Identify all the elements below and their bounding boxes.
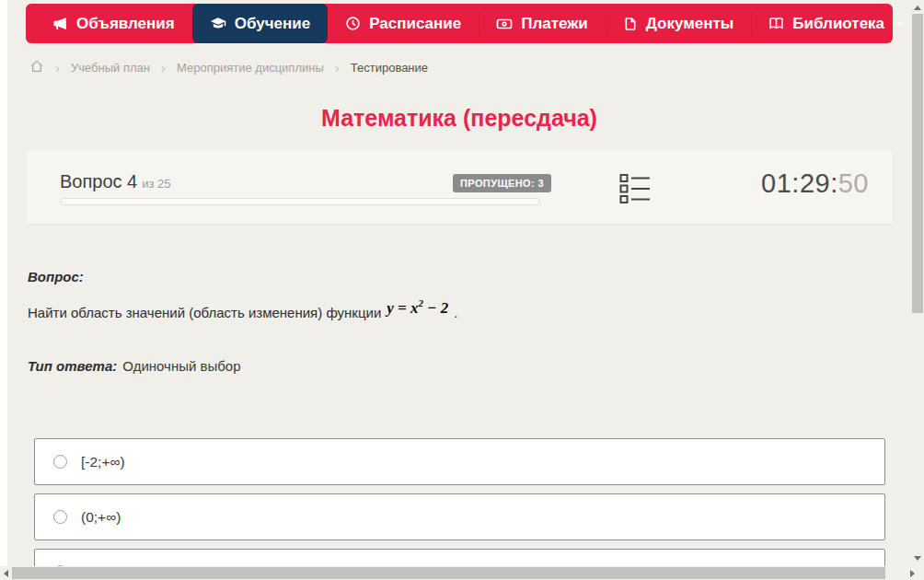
home-icon[interactable] <box>29 59 44 76</box>
question-number: Вопрос 4из 25 <box>60 171 171 192</box>
nav-item-learning[interactable]: Обучение <box>192 4 328 43</box>
breadcrumb-discipline-event[interactable]: Мероприятие дисциплины <box>177 61 324 75</box>
nav-item-schedule[interactable]: Расписание <box>328 4 479 43</box>
formula-image: y = x2 − 2 <box>387 297 448 318</box>
answer-type-label: Тип ответа: <box>28 358 117 374</box>
browser-left-edge <box>0 0 7 566</box>
answer-type-value: Одиночный выбор <box>122 358 240 374</box>
question-text: Найти область значений (область изменени… <box>28 305 381 320</box>
question-section-label: Вопрос: <box>28 269 84 284</box>
chevron-down-icon <box>895 17 907 29</box>
vertical-scrollbar[interactable] <box>911 0 924 566</box>
sentence-end: . <box>454 305 457 320</box>
breadcrumb-curriculum[interactable]: Учебный план <box>71 61 150 75</box>
nav-item-label: Объявления <box>76 15 175 33</box>
nav-item-announcements[interactable]: Объявления <box>35 4 192 43</box>
timer-hh-mm: 01:29: <box>761 168 838 198</box>
scroll-right-arrow[interactable] <box>910 570 915 577</box>
breadcrumb-separator: › <box>161 60 166 75</box>
megaphone-icon <box>52 16 68 31</box>
timer-seconds: 50 <box>838 168 869 198</box>
scroll-up-arrow[interactable] <box>914 6 921 10</box>
answer-option-label: [-2;+∞) <box>81 454 125 470</box>
answer-options: [-2;+∞) (0;+∞) [2;+∞) <box>34 438 885 580</box>
book-icon <box>768 16 784 31</box>
nav-item-label: Платежи <box>521 15 588 33</box>
exam-timer: 01:29:50 <box>761 168 869 199</box>
nav-item-label: Документы <box>646 15 734 33</box>
nav-item-library[interactable]: Библиотека <box>751 4 924 43</box>
nav-item-label: Обучение <box>235 15 310 33</box>
page-title: Математика (пересдача) <box>26 105 893 132</box>
question-text-row: Найти область значений (область изменени… <box>28 302 458 322</box>
answer-option-2[interactable]: (0;+∞) <box>34 493 885 540</box>
answer-option-1[interactable]: [-2;+∞) <box>34 438 885 485</box>
graduation-cap-icon <box>210 16 226 32</box>
radio-button[interactable] <box>53 510 67 524</box>
breadcrumb-separator: › <box>55 60 60 75</box>
nav-item-label: Библиотека <box>792 15 884 33</box>
quiz-header-card: Вопрос 4из 25 ПРОПУЩЕНО: 3 01:29:50 <box>26 150 893 224</box>
document-icon <box>623 17 638 31</box>
nav-item-payments[interactable]: Платежи <box>479 4 606 43</box>
horizontal-scrollbar[interactable] <box>0 566 924 580</box>
answer-type-row: Тип ответа:Одиночный выбор <box>28 358 241 374</box>
skipped-badge: ПРОПУЩЕНО: 3 <box>453 174 551 192</box>
nav-item-documents[interactable]: Документы <box>606 4 752 43</box>
vertical-scrollbar-thumb[interactable] <box>912 14 923 313</box>
question-total: из 25 <box>142 177 170 191</box>
breadcrumb-separator: › <box>335 60 340 75</box>
banknote-icon <box>496 16 513 32</box>
question-progress-bar <box>60 198 540 205</box>
scroll-down-arrow[interactable] <box>914 556 921 561</box>
scroll-left-arrow[interactable] <box>4 570 8 577</box>
radio-button[interactable] <box>53 455 67 469</box>
horizontal-scrollbar-thumb[interactable] <box>12 567 885 579</box>
question-list-icon[interactable] <box>619 173 651 204</box>
clock-icon <box>345 16 361 31</box>
main-navigation: Объявления Обучение Расписание Платежи Д… <box>26 4 893 43</box>
breadcrumb: › Учебный план › Мероприятие дисциплины … <box>29 57 428 77</box>
answer-option-label: (0;+∞) <box>81 509 121 526</box>
nav-item-label: Расписание <box>369 15 461 33</box>
breadcrumb-testing-current: Тестирование <box>351 61 428 75</box>
